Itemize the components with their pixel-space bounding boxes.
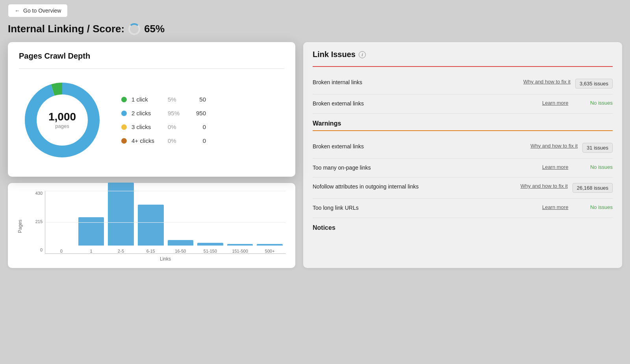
warnings-label-area: Warnings [313, 120, 613, 127]
issue-count-nofollow[interactable]: 26,168 issues [573, 183, 613, 193]
why-fix-broken-internal[interactable]: Why and how to fix it [523, 79, 571, 85]
bar-500plus: 500+ [257, 244, 283, 253]
donut-chart: 1,000 pages [19, 77, 106, 163]
bar-label-151500: 151-500 [232, 249, 248, 253]
title-prefix: Internal Linking / Score: [8, 23, 124, 35]
legend-item-4clicks: 4+ clicks 0% 0 [121, 137, 206, 144]
bar-label-1650: 16-50 [175, 249, 186, 253]
arrow-left-icon: ← [15, 7, 20, 14]
issue-name-broken-ext-fix: Broken external links [313, 143, 526, 151]
issue-count-broken-internal[interactable]: 3,635 issues [575, 79, 613, 89]
bar-151-500: 151-500 [227, 244, 253, 253]
legend-dot-1click [121, 97, 127, 102]
errors-divider [313, 66, 613, 67]
y-label-bot: 0 [28, 248, 43, 252]
score-value: 65% [144, 23, 165, 35]
bar-0: 0 [48, 246, 74, 253]
learn-more-long-urls[interactable]: Learn more [542, 204, 586, 210]
no-issues-broken-external: No issues [590, 100, 613, 106]
bar-chart-card: Pages 430 215 0 [8, 183, 295, 268]
info-icon[interactable]: i [359, 51, 366, 58]
warnings-divider [313, 130, 613, 131]
y-axis-label: Pages [17, 220, 23, 233]
learn-more-broken-external[interactable]: Learn more [542, 100, 586, 106]
y-label-mid: 215 [28, 219, 43, 224]
x-axis-label: Links [45, 256, 286, 262]
issue-nofollow: Nofollow attributes in outgoing internal… [313, 177, 613, 199]
no-issues-long-urls: No issues [590, 204, 613, 210]
legend-item-3clicks: 3 clicks 0% 0 [121, 124, 206, 130]
notices-heading: Notices [313, 224, 335, 231]
right-panel: Link Issues i Broken internal links Why … [303, 42, 622, 268]
legend: 1 click 5% 50 2 clicks 95% 950 3 c [121, 96, 206, 144]
issue-name-nofollow: Nofollow attributes in outgoing internal… [313, 183, 516, 191]
bar-6-15: 6-15 [138, 205, 164, 253]
legend-item-1click: 1 click 5% 50 [121, 96, 206, 103]
back-to-overview-button[interactable]: ← Go to Overview [8, 4, 68, 17]
legend-dot-3clicks [121, 124, 127, 130]
legend-label-1click: 1 click [132, 96, 163, 103]
score-spinner [128, 23, 140, 35]
why-fix-broken-ext[interactable]: Why and how to fix it [530, 143, 578, 149]
left-panel: Pages Crawl Depth [8, 42, 295, 268]
issue-too-many-links: Too many on-page links Learn more No iss… [313, 159, 613, 178]
issue-long-urls: Too long link URLs Learn more No issues [313, 199, 613, 218]
bar-label-0: 0 [60, 249, 63, 253]
issues-title: Link Issues [313, 50, 356, 59]
notices-section: Notices [313, 224, 613, 231]
bar-51-150: 51-150 [197, 243, 223, 253]
legend-label-4clicks: 4+ clicks [132, 137, 163, 144]
crawl-depth-title: Pages Crawl Depth [19, 52, 284, 61]
crawl-depth-card: Pages Crawl Depth [8, 42, 295, 177]
warnings-heading: Warnings [313, 120, 341, 127]
legend-count-2clicks: 950 [190, 110, 206, 116]
donut-section: 1,000 pages 1 click 5% 50 [19, 77, 284, 167]
why-fix-nofollow[interactable]: Why and how to fix it [521, 183, 568, 189]
legend-pct-4clicks: 0% [168, 137, 185, 144]
legend-label-3clicks: 3 clicks [132, 124, 163, 130]
issue-broken-internal: Broken internal links Why and how to fix… [313, 73, 613, 94]
page-title: Internal Linking / Score: 65% [8, 23, 622, 35]
legend-label-2clicks: 2 clicks [132, 110, 163, 116]
no-issues-too-many: No issues [590, 164, 613, 170]
bar-16-50: 16-50 [168, 240, 194, 253]
y-label-top: 430 [28, 191, 43, 196]
legend-count-1click: 50 [190, 96, 206, 103]
bar-1: 1 [78, 217, 104, 253]
bar-2-5: 2-5 [108, 183, 134, 253]
legend-pct-1click: 5% [168, 96, 185, 103]
legend-dot-2clicks [121, 111, 127, 116]
issue-name-long-urls: Too long link URLs [313, 204, 537, 212]
issue-name-broken-internal: Broken internal links [313, 79, 519, 87]
legend-count-4clicks: 0 [190, 137, 206, 144]
bar-label-615: 6-15 [146, 249, 155, 253]
legend-pct-2clicks: 95% [168, 110, 185, 116]
bar-label-25: 2-5 [118, 249, 124, 253]
bar-label-51150: 51-150 [204, 249, 217, 253]
bar-label-1: 1 [90, 249, 92, 253]
issue-name-too-many-links: Too many on-page links [313, 164, 537, 172]
issues-header: Link Issues i [313, 50, 613, 59]
legend-pct-3clicks: 0% [168, 124, 185, 130]
issue-broken-external-fix: Broken external links Why and how to fix… [313, 137, 613, 159]
back-button-label: Go to Overview [23, 7, 61, 14]
learn-more-too-many[interactable]: Learn more [542, 164, 586, 170]
issue-broken-external-learn: Broken external links Learn more No issu… [313, 94, 613, 114]
issue-name-broken-external-learn: Broken external links [313, 100, 537, 108]
legend-dot-4clicks [121, 138, 127, 144]
issue-count-broken-ext[interactable]: 31 issues [582, 143, 613, 153]
svg-point-1 [31, 89, 94, 152]
legend-item-2clicks: 2 clicks 95% 950 [121, 110, 206, 116]
bar-label-500plus: 500+ [265, 249, 275, 253]
legend-count-3clicks: 0 [190, 124, 206, 130]
